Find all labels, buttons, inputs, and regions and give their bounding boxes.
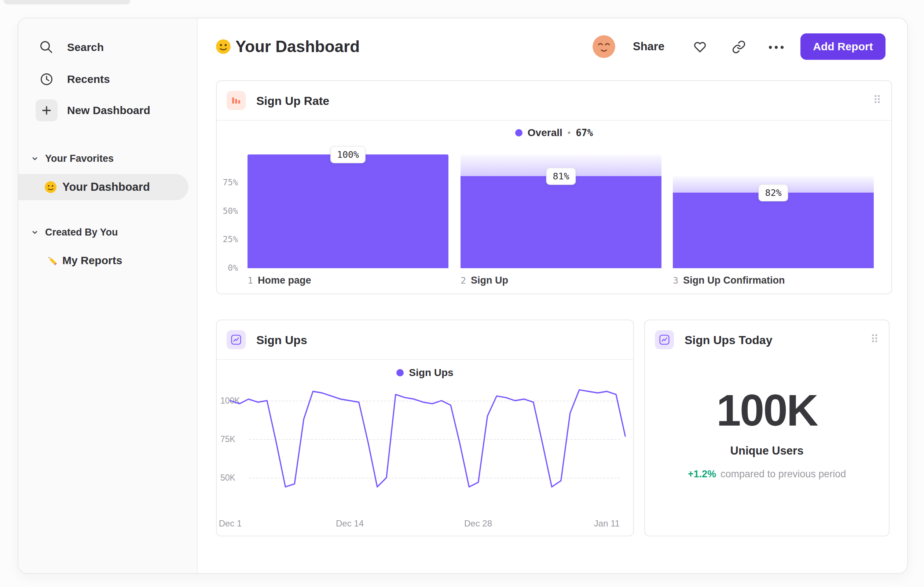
share-button[interactable]: Share (633, 38, 664, 55)
gridline (249, 401, 620, 401)
sidebar: Search Recents New Dashboard Your Favori… (18, 18, 198, 573)
search-icon (38, 39, 54, 55)
sidebar-item-recents[interactable]: Recents (38, 63, 110, 95)
sidebar-item-my-reports[interactable]: My Reports (45, 247, 122, 274)
funnel-bar[interactable] (248, 154, 449, 268)
app-window: Search Recents New Dashboard Your Favori… (18, 18, 908, 574)
x-axis-tick: Dec 14 (336, 518, 364, 529)
funnel-step-label: 3 Sign Up Confirmation (673, 275, 785, 286)
delta-caption: compared to previous period (721, 468, 846, 480)
step-name: Sign Up Confirmation (683, 275, 785, 286)
sidebar-item-label: My Reports (62, 254, 122, 267)
sidebar-item-search[interactable]: Search (38, 31, 104, 63)
sidebar-section-created-by-you[interactable]: Created By You (31, 225, 118, 240)
sidebar-item-label: New Dashboard (67, 104, 150, 117)
step-index: 2 (460, 275, 466, 286)
sidebar-item-label: Search (67, 41, 104, 54)
sign-ups-today-card: Sign Ups Today ⠿ 100K Unique Users +1.2%… (644, 319, 889, 536)
smiley-emoji (45, 181, 57, 193)
funnel-plot-area: 100%81%82% (217, 81, 891, 293)
share-label: Share (633, 40, 664, 53)
legend-dot-icon (396, 369, 404, 376)
chevron-down-icon (31, 228, 38, 236)
favorite-heart-button[interactable] (693, 40, 707, 54)
link-icon (732, 40, 746, 54)
x-axis-tick: Dec 28 (464, 518, 492, 529)
page-title: Your Dashboard (235, 37, 360, 56)
delta-value: +1.2% (688, 468, 716, 480)
x-axis-tick: Dec 1 (219, 518, 242, 529)
card-title: Sign Ups (256, 334, 307, 347)
y-axis-tick: 50K (220, 473, 235, 483)
sign-up-rate-card: Sign Up Rate ⠿ Overall • 67% 75% 50% 25%… (216, 80, 892, 294)
line-chart-icon (655, 330, 674, 349)
funnel-step-label: 2 Sign Up (460, 275, 508, 286)
ellipsis-icon (767, 40, 785, 54)
x-axis-tick: Jan 11 (594, 518, 620, 529)
sidebar-item-label: Your Dashboard (62, 180, 150, 194)
funnel-step-label: 1 Home page (248, 275, 311, 286)
section-title: Created By You (45, 227, 118, 238)
divider (217, 359, 633, 360)
step-name: Sign Up (471, 275, 508, 286)
funnel-bar[interactable] (460, 176, 662, 268)
background-window-edge (4, 0, 130, 4)
dashboard-emoji (216, 38, 231, 55)
sidebar-item-your-dashboard[interactable]: Your Dashboard (18, 174, 188, 200)
funnel-bar[interactable] (673, 193, 874, 268)
stat-delta-row: +1.2% compared to previous period (645, 468, 889, 480)
copy-link-button[interactable] (732, 40, 746, 54)
avatar[interactable] (592, 35, 615, 58)
y-axis-tick: 100K (220, 396, 240, 406)
funnel-conversion-label: 100% (330, 146, 366, 163)
stat-metric-label: Unique Users (645, 444, 889, 458)
gridline (249, 478, 620, 478)
sign-ups-card: Sign Ups Sign Ups 100K 75K 50K Dec 1 Dec… (216, 319, 634, 536)
funnel-conversion-label: 82% (758, 184, 788, 202)
legend-series: Sign Ups (409, 367, 453, 379)
stat-value: 100K (645, 385, 889, 435)
step-index: 3 (673, 275, 678, 286)
add-report-button[interactable]: Add Report (800, 33, 886, 60)
section-title: Your Favorites (45, 153, 114, 164)
step-name: Home page (258, 275, 311, 286)
funnel-conversion-label: 81% (546, 168, 576, 185)
gridline (249, 439, 620, 440)
page-title-row: Your Dashboard (235, 37, 360, 56)
more-options-button[interactable] (767, 40, 785, 54)
sidebar-section-your-favorites[interactable]: Your Favorites (31, 151, 114, 166)
heart-icon (693, 40, 707, 54)
chevron-down-icon (31, 155, 38, 162)
line-chart-icon (227, 330, 246, 349)
plus-icon (36, 99, 58, 121)
card-title: Sign Ups Today (685, 334, 772, 347)
sign-ups-line-chart (217, 320, 633, 536)
line-legend[interactable]: Sign Ups (217, 366, 633, 380)
sidebar-item-new-dashboard[interactable]: New Dashboard (36, 99, 150, 121)
step-index: 1 (248, 275, 253, 286)
y-axis-tick: 75K (220, 434, 235, 444)
pencil-emoji (45, 254, 59, 267)
drag-handle-icon[interactable]: ⠿ (870, 333, 878, 346)
sidebar-item-label: Recents (67, 73, 110, 86)
clock-icon (38, 71, 54, 87)
